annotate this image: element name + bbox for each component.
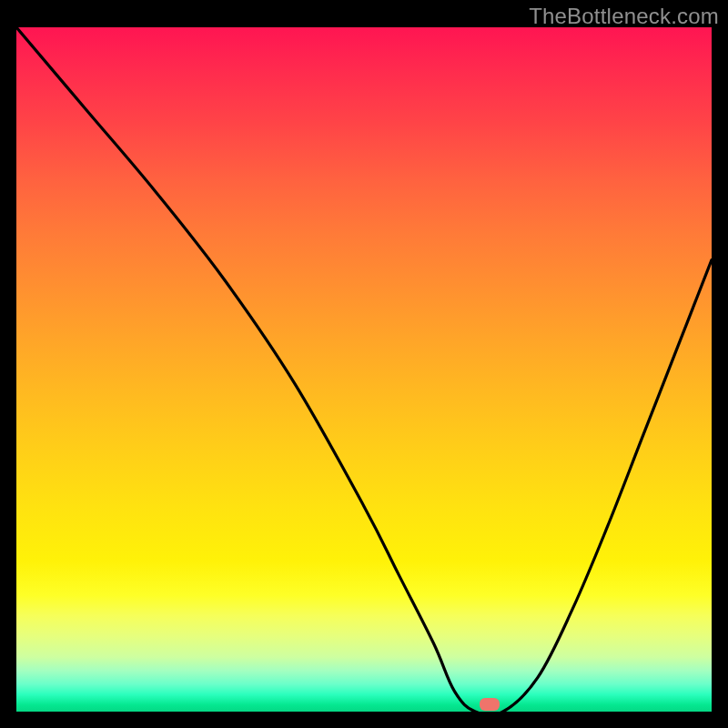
bottleneck-curve [16, 27, 712, 712]
curve-path [16, 27, 712, 712]
plot-area [16, 27, 712, 712]
chart-frame: TheBottleneck.com [0, 0, 728, 728]
watermark-text: TheBottleneck.com [529, 4, 719, 29]
optimal-marker [480, 698, 500, 711]
